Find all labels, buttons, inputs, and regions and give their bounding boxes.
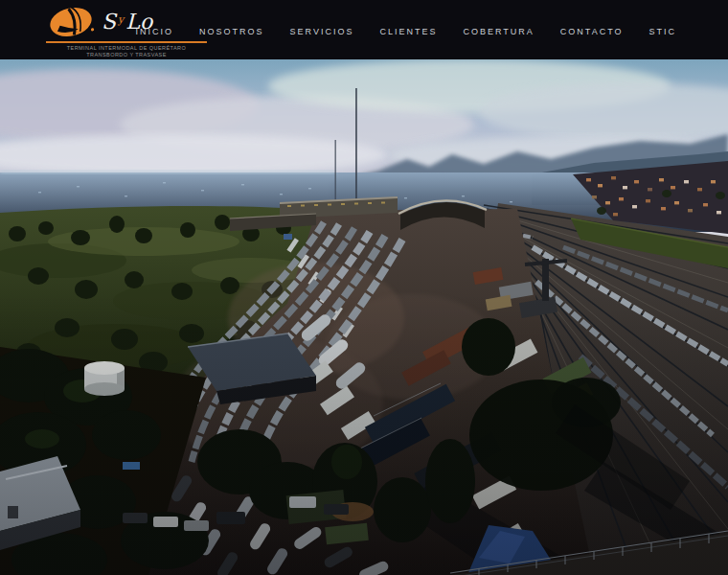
hero-photo bbox=[0, 59, 728, 575]
nav-item-cobertura[interactable]: COBERTURA bbox=[463, 27, 534, 36]
nav-item-clientes[interactable]: CLIENTES bbox=[379, 27, 437, 36]
brand-name: SyLo bbox=[102, 12, 152, 33]
company-logo[interactable]: SyLo TERMINAL INTERMODAL DE QUERÉTARO TR… bbox=[46, 4, 211, 59]
nav-item-contacto[interactable]: CONTACTO bbox=[560, 27, 624, 36]
hero-section bbox=[0, 59, 728, 575]
top-navigation-bar: SyLo TERMINAL INTERMODAL DE QUERÉTARO TR… bbox=[0, 0, 728, 59]
nav-item-stic[interactable]: STIC bbox=[648, 27, 676, 36]
logo-tagline: TERMINAL INTERMODAL DE QUERÉTARO TRANSBO… bbox=[46, 45, 207, 59]
nav-item-servicios[interactable]: SERVICIOS bbox=[290, 27, 354, 36]
page: SyLo TERMINAL INTERMODAL DE QUERÉTARO TR… bbox=[0, 0, 728, 575]
brand-emblem-icon bbox=[46, 4, 100, 40]
logo-accent-rule bbox=[46, 41, 207, 43]
